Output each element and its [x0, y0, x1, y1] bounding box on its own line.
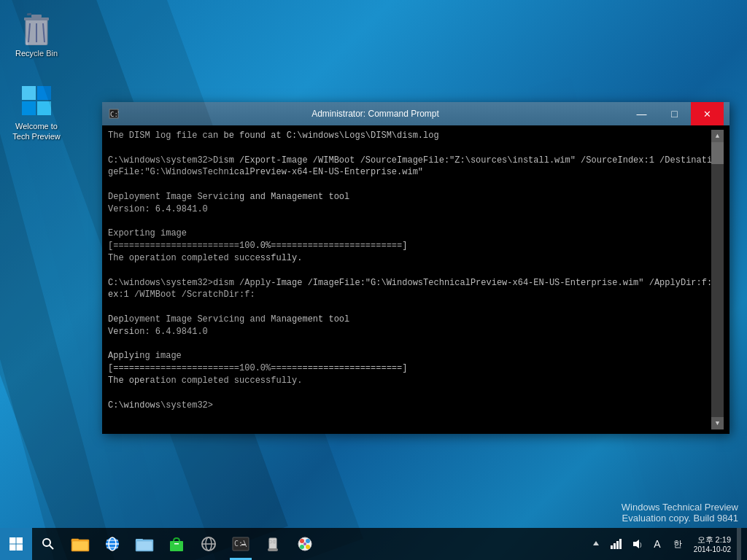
svg-rect-20	[17, 545, 23, 551]
svg-text:C:\: C:\	[234, 540, 247, 548]
clock-date: 2014-10-02	[694, 545, 731, 553]
tray-arrow[interactable]	[586, 528, 606, 560]
svg-rect-17	[9, 537, 16, 544]
close-button[interactable]: ✕	[691, 102, 724, 125]
svg-marker-52	[593, 541, 599, 545]
cmd-scrollbar[interactable]: ▲ ▼	[711, 130, 724, 429]
svg-rect-45	[274, 540, 275, 543]
tray-lang-icon[interactable]: 한	[667, 528, 688, 560]
svg-rect-6	[27, 13, 31, 16]
cmd-body[interactable]: The DISM log file can be found at C:\win…	[102, 125, 729, 434]
taskbar-store[interactable]	[160, 528, 193, 560]
svg-rect-19	[9, 545, 16, 551]
cmd-titlebar-icon: C:\	[108, 108, 120, 120]
search-button[interactable]	[32, 528, 64, 560]
svg-rect-25	[72, 541, 88, 551]
svg-text:C:\: C:\	[110, 111, 119, 118]
tray-clock[interactable]: 오후 2:19 2014-10-02	[688, 528, 737, 560]
taskbar-items: C:\	[64, 528, 321, 560]
svg-rect-54	[614, 543, 616, 549]
svg-text:): )	[640, 541, 642, 548]
scrollbar-down[interactable]: ▼	[711, 417, 724, 429]
start-button[interactable]	[0, 528, 32, 560]
taskbar-paint[interactable]	[289, 528, 321, 560]
taskbar-tray: ) A 한 오후 2:19 2014-10-02	[586, 528, 747, 560]
svg-point-48	[306, 539, 310, 543]
windows-preview-label: Welcome to Tech Preview	[12, 121, 60, 142]
show-desktop-button[interactable]	[737, 528, 741, 560]
clock-time: 오후 2:19	[697, 534, 731, 545]
cmd-title: Administrator: Command Prompt	[125, 109, 625, 119]
svg-rect-14	[37, 101, 51, 115]
desktop: Recycle Bin Welcome to Tech Preview C:	[0, 0, 747, 560]
svg-rect-53	[611, 545, 613, 549]
svg-rect-13	[22, 101, 36, 115]
svg-point-50	[306, 545, 310, 549]
taskbar: C:\	[0, 528, 747, 560]
watermark-line1: Windows Technical Preview	[622, 502, 738, 513]
windows-preview-image	[19, 83, 54, 118]
taskbar-network[interactable]	[193, 528, 225, 560]
taskbar-usb[interactable]	[257, 528, 289, 560]
windows-preview-icon[interactable]: Welcome to Tech Preview	[7, 80, 66, 145]
watermark: Windows Technical Preview Evaluation cop…	[622, 502, 738, 524]
watermark-line2: Evaluation copy. Build 9841	[622, 513, 738, 524]
svg-rect-18	[17, 537, 23, 544]
svg-rect-12	[37, 86, 51, 100]
svg-rect-34	[170, 541, 183, 551]
svg-rect-35	[174, 543, 179, 545]
maximize-button[interactable]: □	[658, 102, 691, 125]
svg-point-44	[269, 540, 272, 543]
svg-rect-42	[269, 538, 276, 550]
taskbar-cmd[interactable]: C:\	[225, 528, 257, 560]
svg-rect-41	[241, 544, 246, 545]
cmd-titlebar: C:\ Administrator: Command Prompt — □ ✕	[102, 102, 729, 125]
svg-rect-1	[24, 18, 49, 20]
svg-rect-33	[136, 541, 152, 551]
scrollbar-up[interactable]: ▲	[711, 130, 724, 142]
svg-rect-2	[31, 15, 42, 18]
svg-point-51	[303, 542, 306, 545]
svg-marker-57	[633, 540, 639, 548]
recycle-bin-label: Recycle Bin	[15, 48, 58, 58]
svg-line-22	[50, 545, 53, 549]
svg-point-49	[300, 545, 304, 549]
cmd-content: The DISM log file can be found at C:\win…	[108, 130, 711, 429]
cmd-window: C:\ Administrator: Command Prompt — □ ✕ …	[102, 102, 729, 434]
recycle-bin-image	[19, 10, 54, 45]
svg-rect-43	[268, 548, 278, 551]
tray-network-icon[interactable]	[606, 528, 627, 560]
scrollbar-thumb[interactable]	[711, 142, 724, 164]
tray-volume-icon[interactable]: )	[627, 528, 647, 560]
scrollbar-track[interactable]	[711, 142, 724, 417]
svg-point-47	[300, 539, 304, 543]
taskbar-folder[interactable]	[128, 528, 160, 560]
taskbar-internet-explorer[interactable]	[96, 528, 128, 560]
svg-rect-56	[619, 539, 622, 549]
cmd-controls: — □ ✕	[625, 102, 724, 125]
recycle-bin-icon[interactable]: Recycle Bin	[7, 7, 66, 61]
svg-rect-11	[22, 86, 36, 100]
tray-font-a[interactable]: A	[647, 528, 667, 560]
minimize-button[interactable]: —	[625, 102, 658, 125]
taskbar-file-explorer[interactable]	[64, 528, 96, 560]
svg-point-21	[43, 539, 50, 546]
svg-rect-55	[616, 541, 619, 549]
